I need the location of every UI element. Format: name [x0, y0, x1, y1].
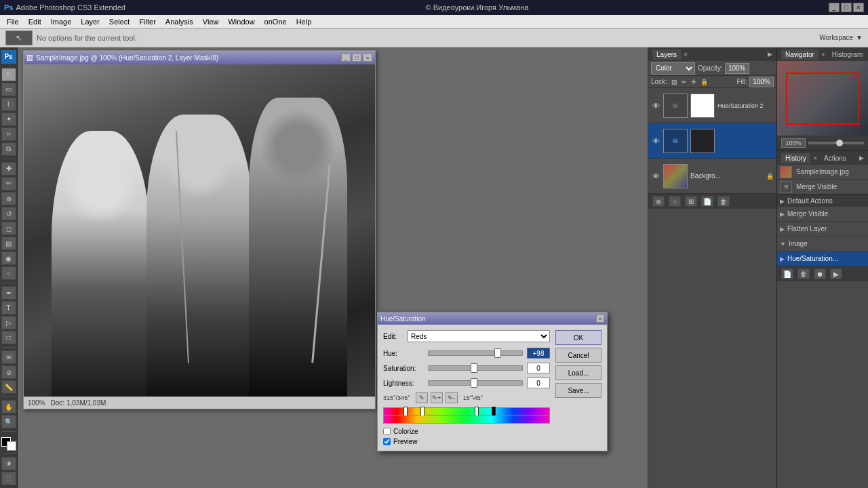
- tool-text[interactable]: T: [1, 301, 16, 314]
- cancel-button[interactable]: Cancel: [555, 348, 601, 363]
- actions-tab[interactable]: Actions: [820, 153, 850, 163]
- tool-stamp[interactable]: ⊕: [1, 192, 16, 205]
- preview-checkbox[interactable]: [383, 438, 391, 445]
- actions-expand-icon[interactable]: ▶: [780, 198, 785, 205]
- tool-zoom[interactable]: 🔍: [1, 415, 16, 428]
- navigator-tab[interactable]: Navigator: [781, 49, 818, 60]
- delete-action-button[interactable]: 🗑: [797, 268, 810, 279]
- maximize-button[interactable]: □: [841, 3, 852, 12]
- lock-paint-icon[interactable]: ✏: [682, 79, 687, 85]
- menu-help[interactable]: Help: [292, 16, 316, 27]
- blend-mode-dropdown[interactable]: Color Normal Multiply: [651, 62, 695, 75]
- hist-panel-close[interactable]: ×: [813, 155, 817, 162]
- doc-restore[interactable]: □: [352, 54, 361, 62]
- tool-healing[interactable]: ✚: [1, 162, 16, 176]
- ok-button[interactable]: OK: [555, 330, 601, 345]
- doc-minimize[interactable]: _: [341, 54, 351, 62]
- load-button[interactable]: Load...: [555, 365, 601, 380]
- tool-marquee[interactable]: ▭: [1, 83, 16, 96]
- window-controls[interactable]: _ □ ×: [829, 3, 864, 12]
- edit-dropdown[interactable]: Reds Master Yellows Greens Cyans Blues M…: [408, 330, 550, 342]
- tool-lasso[interactable]: ⌇: [1, 98, 16, 111]
- menu-select[interactable]: Select: [105, 16, 134, 27]
- menu-layer[interactable]: Layer: [77, 16, 104, 27]
- play-action-button[interactable]: ▶: [830, 268, 842, 279]
- layers-tab[interactable]: Layers: [652, 49, 681, 60]
- tool-quickmask[interactable]: ◑: [1, 457, 16, 470]
- nav-zoom-input[interactable]: [781, 138, 806, 148]
- lightness-slider-thumb[interactable]: [471, 378, 477, 388]
- tool-crop[interactable]: ⌗: [1, 127, 16, 141]
- menu-image[interactable]: Image: [47, 16, 76, 27]
- tool-brush[interactable]: ✏: [1, 177, 16, 190]
- lock-transparency-icon[interactable]: ▨: [671, 79, 677, 85]
- eyedropper-add[interactable]: ✎+: [431, 392, 443, 403]
- tool-screen-mode[interactable]: ⬚: [1, 472, 16, 485]
- layer-vis-2[interactable]: 👁: [651, 136, 660, 146]
- tool-pen[interactable]: ✒: [1, 286, 16, 300]
- tool-eyedropper[interactable]: ⊘: [1, 365, 16, 379]
- menu-analysis[interactable]: Analysis: [161, 16, 197, 27]
- tool-shape[interactable]: □: [1, 331, 16, 344]
- layer-item-1[interactable]: 👁 ▤ Hue/Saturation 2: [648, 88, 776, 123]
- lightness-value-input[interactable]: [527, 378, 550, 388]
- doc-close[interactable]: ×: [363, 54, 372, 62]
- tool-history-brush[interactable]: ↺: [1, 207, 16, 220]
- tool-hand[interactable]: ✋: [1, 400, 16, 413]
- add-mask-button[interactable]: ○: [669, 196, 681, 207]
- doc-controls[interactable]: _ □ ×: [341, 54, 372, 62]
- tool-magic-wand[interactable]: ✦: [1, 113, 16, 126]
- menu-filter[interactable]: Filter: [135, 16, 159, 27]
- hue-value-input[interactable]: [527, 348, 550, 359]
- layers-panel-close[interactable]: ×: [684, 51, 688, 58]
- tool-dodge[interactable]: ○: [1, 266, 16, 280]
- saturation-slider-thumb[interactable]: [471, 363, 477, 373]
- tool-notes[interactable]: ✉: [1, 350, 16, 364]
- add-style-button[interactable]: ⊕: [652, 196, 665, 207]
- tool-path-select[interactable]: ▷: [1, 316, 16, 329]
- layer-vis-1[interactable]: 👁: [651, 101, 660, 110]
- history-item-merge[interactable]: ⊞ Merge Visible: [777, 180, 868, 195]
- history-item-snapshot[interactable]: SampleImage.jpg: [777, 165, 868, 180]
- close-button[interactable]: ×: [853, 3, 864, 12]
- lightness-slider-track[interactable]: [428, 380, 523, 386]
- background-color[interactable]: [7, 441, 16, 451]
- actions-item-2[interactable]: ▶ Flatten Layer: [777, 222, 868, 237]
- tool-measure[interactable]: 📏: [1, 380, 16, 394]
- actions-item-1[interactable]: ▶ Merge Visible: [777, 207, 868, 222]
- dialog-close-button[interactable]: ×: [596, 314, 604, 323]
- color-boxes[interactable]: [1, 437, 16, 451]
- menu-view[interactable]: View: [199, 16, 223, 27]
- minimize-button[interactable]: _: [829, 3, 840, 12]
- nav-zoom-slider[interactable]: [808, 142, 864, 144]
- actions-item-4[interactable]: ▶ Hue/Saturation...: [777, 251, 868, 266]
- hue-slider-thumb[interactable]: [494, 348, 501, 358]
- saturation-value-input[interactable]: [527, 363, 550, 373]
- layer-item-3[interactable]: 👁 Backgro... 🔒: [648, 159, 776, 194]
- layer-item-2[interactable]: 👁 ▤: [648, 123, 776, 159]
- workspace-dropdown-arrow[interactable]: ▼: [856, 34, 863, 41]
- new-layer-button[interactable]: 📄: [701, 196, 713, 207]
- tool-eraser[interactable]: ◻: [1, 222, 16, 235]
- hist-panel-menu[interactable]: ▶: [859, 155, 864, 161]
- actions-item-3[interactable]: ▼ Image: [777, 237, 868, 251]
- record-action-button[interactable]: ⏺: [814, 268, 826, 279]
- layers-panel-menu[interactable]: ▶: [768, 51, 772, 58]
- fill-input[interactable]: [749, 77, 774, 87]
- nav-zoom-thumb[interactable]: [836, 140, 843, 146]
- hue-slider-track[interactable]: [428, 350, 523, 356]
- new-action-button[interactable]: 📄: [781, 268, 793, 279]
- tool-gradient[interactable]: ▤: [1, 237, 16, 250]
- tool-blur[interactable]: ◉: [1, 251, 16, 265]
- opacity-input[interactable]: [725, 63, 749, 74]
- save-button[interactable]: Save...: [555, 383, 601, 398]
- menu-onone[interactable]: onOne: [260, 16, 291, 27]
- histogram-tab[interactable]: Histogram: [828, 49, 867, 60]
- tool-arrow[interactable]: ↖: [1, 68, 16, 81]
- lock-all-icon[interactable]: 🔒: [701, 79, 708, 85]
- eyedropper-sample[interactable]: ✎: [416, 392, 428, 403]
- delete-layer-button[interactable]: 🗑: [717, 196, 730, 207]
- nav-panel-close[interactable]: ×: [821, 51, 825, 58]
- nav-viewport-box[interactable]: [786, 73, 859, 125]
- menu-window[interactable]: Window: [224, 16, 258, 27]
